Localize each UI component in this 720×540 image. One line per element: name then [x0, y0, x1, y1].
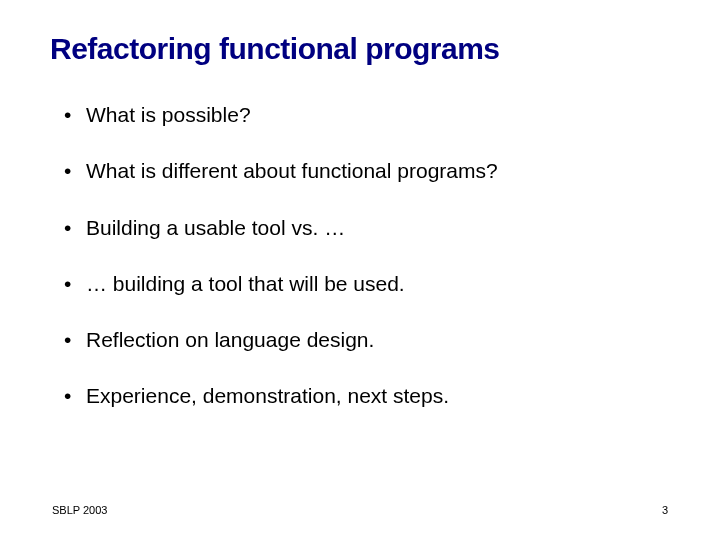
list-item: Building a usable tool vs. … [64, 215, 670, 241]
list-item: Experience, demonstration, next steps. [64, 383, 670, 409]
footer-conference: SBLP 2003 [52, 504, 107, 516]
list-item: What is different about functional progr… [64, 158, 670, 184]
list-item: Reflection on language design. [64, 327, 670, 353]
list-item: … building a tool that will be used. [64, 271, 670, 297]
slide-title: Refactoring functional programs [50, 32, 670, 66]
bullet-list: What is possible? What is different abou… [50, 102, 670, 410]
slide: Refactoring functional programs What is … [0, 0, 720, 540]
footer-page-number: 3 [662, 504, 668, 516]
list-item: What is possible? [64, 102, 670, 128]
